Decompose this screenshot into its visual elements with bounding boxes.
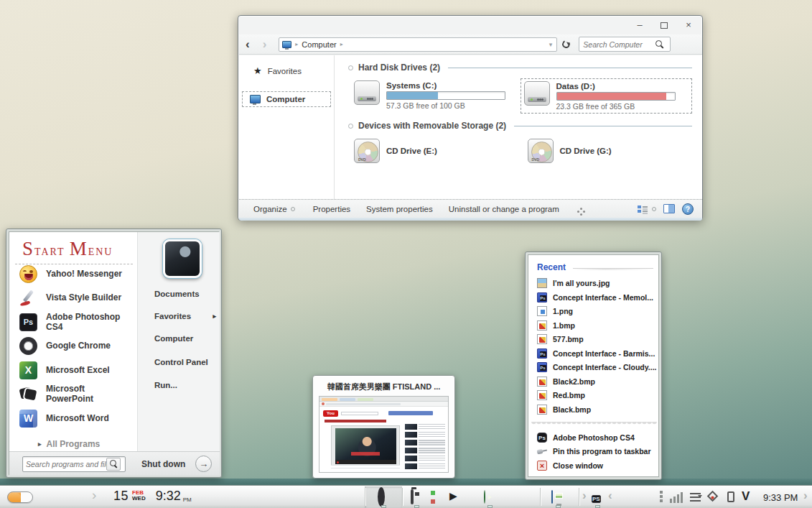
recent-label: 1.bmp: [553, 321, 575, 330]
back-button[interactable]: ‹: [239, 35, 256, 54]
program-item-excel[interactable]: X Microsoft Excel: [19, 360, 133, 380]
start-item-label: Run...: [154, 381, 177, 389]
system-properties-button[interactable]: System properties: [358, 205, 441, 213]
recent-item[interactable]: Black.bmp: [537, 403, 653, 416]
drive-item-cd-g[interactable]: CD Drive (G:): [522, 137, 693, 165]
program-item-google-chrome[interactable]: Google Chrome: [19, 336, 133, 356]
powerpoint-icon: [19, 385, 37, 403]
maximize-button[interactable]: [661, 22, 668, 29]
group-collapse-icon[interactable]: [348, 65, 353, 70]
breadcrumb-arrow-icon[interactable]: ▸: [337, 41, 347, 47]
psd-file-icon: [537, 362, 547, 372]
program-item-vista-style-builder[interactable]: Vista Style Builder: [19, 287, 133, 308]
chrome-taskbar-icon[interactable]: [378, 487, 385, 507]
address-dropdown-icon[interactable]: ▾: [549, 41, 554, 48]
forward-button[interactable]: ›: [256, 35, 274, 54]
drive-item-cd-e[interactable]: CD Drive (E:): [351, 137, 522, 165]
recent-item[interactable]: Concept Interface - Memol...: [537, 291, 653, 304]
more-options-icon[interactable]: [580, 208, 582, 210]
tray-lines-icon[interactable]: [690, 493, 701, 494]
group-header-removable[interactable]: Devices with Removable Storage (2): [348, 121, 692, 131]
download-manager-icon[interactable]: [484, 490, 485, 504]
change-view-icon[interactable]: [638, 205, 648, 213]
close-button[interactable]: ×: [682, 20, 695, 31]
program-item-word[interactable]: W Microsoft Word: [19, 408, 133, 428]
recent-item[interactable]: 1.png: [537, 305, 653, 318]
search-icon[interactable]: [655, 40, 664, 49]
drive-item-datas-d[interactable]: Datas (D:) 23.3 GB free of 365 GB: [521, 78, 692, 114]
group-title: Hard Disk Drives (2): [358, 63, 440, 73]
organize-dropdown-icon[interactable]: [291, 207, 295, 211]
preview-pane-icon[interactable]: [663, 204, 675, 213]
date-weekday: WED: [132, 496, 146, 502]
shutdown-label[interactable]: Shut down: [141, 459, 185, 469]
start-item-control-panel[interactable]: Control Panel: [154, 358, 216, 366]
start-item-computer[interactable]: Computer: [154, 334, 216, 343]
user-avatar[interactable]: [163, 239, 202, 278]
photoshop-taskbar-icon[interactable]: PS: [592, 495, 601, 503]
minimize-button[interactable]: –: [633, 20, 646, 31]
program-item-photoshop[interactable]: Ps Adobe Photoshop CS4: [19, 312, 133, 332]
breadcrumb[interactable]: Computer: [302, 40, 336, 49]
media-player-icon[interactable]: ▶: [449, 490, 457, 502]
recent-item[interactable]: 577.bmp: [537, 333, 653, 346]
drive-item-systems-c[interactable]: Systems (C:) 57.3 GB free of 100 GB: [351, 78, 521, 114]
display-settings-icon[interactable]: [551, 490, 553, 504]
program-item-powerpoint[interactable]: Microsoft PowerPoint: [19, 384, 133, 404]
date-day: 15: [113, 489, 129, 504]
group-collapse-icon[interactable]: [348, 124, 353, 129]
running-indicator: [487, 505, 493, 508]
thumbnail-title: 韓國首席美男樂團 FTISLAND ...: [313, 382, 454, 392]
properties-button[interactable]: Properties: [305, 205, 358, 213]
recent-item[interactable]: Concept Interface - Barmis...: [537, 347, 653, 360]
sidebar-item-favorites[interactable]: ★ Favorites: [249, 64, 334, 78]
tray-grid-icon[interactable]: [660, 491, 663, 494]
close-window-item[interactable]: ×Close window: [537, 459, 653, 472]
start-item-run[interactable]: Run...: [154, 381, 216, 389]
start-button[interactable]: [7, 491, 33, 503]
pin-to-taskbar-item[interactable]: Pin this program to taskbar: [537, 445, 653, 458]
group-header-hard-disks[interactable]: Hard Disk Drives (2): [348, 63, 692, 73]
messenger-status-icon[interactable]: [431, 491, 435, 504]
tray-clock[interactable]: 9:33 PM: [763, 492, 798, 503]
battery-icon[interactable]: [727, 491, 734, 502]
organize-button[interactable]: Organize: [239, 205, 295, 213]
tray-letter-v-icon[interactable]: V: [742, 489, 750, 504]
sidebar-item-computer[interactable]: Computer: [242, 91, 331, 107]
start-search-box[interactable]: [22, 456, 126, 472]
program-item-yahoo-messenger[interactable]: Yahoo! Messenger: [19, 264, 133, 284]
recent-item[interactable]: I'm all yours.jpg: [537, 277, 653, 290]
jump-list-app-item[interactable]: PsAdobe Photoshop CS4: [537, 431, 653, 444]
tray-diamond-icon[interactable]: [707, 491, 719, 502]
start-item-favorites[interactable]: Favorites▸: [154, 312, 216, 320]
taskbar-notch: ‹: [608, 489, 612, 503]
taskbar-date-time[interactable]: 15 FEB WED 9:32 PM: [113, 489, 192, 504]
search-icon: [109, 459, 118, 468]
group-divider: [448, 68, 692, 68]
recent-item[interactable]: 1.bmp: [537, 319, 653, 332]
navigation-bar: ‹ › ▸ Computer ▸ ▾: [239, 34, 702, 55]
start-search-input[interactable]: [26, 460, 106, 468]
shutdown-button[interactable]: →: [195, 456, 212, 472]
tray-equalizer-icon[interactable]: [670, 491, 683, 503]
refresh-icon[interactable]: [561, 39, 571, 49]
start-item-documents[interactable]: Documents: [154, 290, 216, 298]
uninstall-button[interactable]: Uninstall or change a program: [441, 205, 567, 213]
yahoo-messenger-icon: [19, 265, 37, 283]
help-icon[interactable]: ?: [682, 203, 694, 215]
bmp-file-icon: [537, 390, 547, 400]
taskbar-thumbnail-preview[interactable]: 韓國首席美男樂團 FTISLAND ... You: [312, 375, 455, 479]
views-dropdown-icon[interactable]: [652, 207, 656, 211]
search-input[interactable]: [583, 40, 655, 49]
recent-item[interactable]: Concept Interface - Cloudy....: [537, 361, 653, 374]
computer-icon: [282, 41, 291, 48]
address-bar[interactable]: ▸ Computer ▸ ▾: [279, 37, 557, 52]
search-box[interactable]: [579, 37, 671, 52]
recent-item[interactable]: Black2.bmp: [537, 375, 653, 388]
all-programs-button[interactable]: ▸ All Programs: [38, 439, 100, 449]
program-label: Google Chrome: [46, 341, 111, 351]
explorer-taskbar-icon[interactable]: [411, 489, 414, 504]
search-button[interactable]: [106, 458, 121, 471]
recent-item[interactable]: Red.bmp: [537, 389, 653, 402]
program-label: Microsoft PowerPoint: [46, 384, 133, 404]
